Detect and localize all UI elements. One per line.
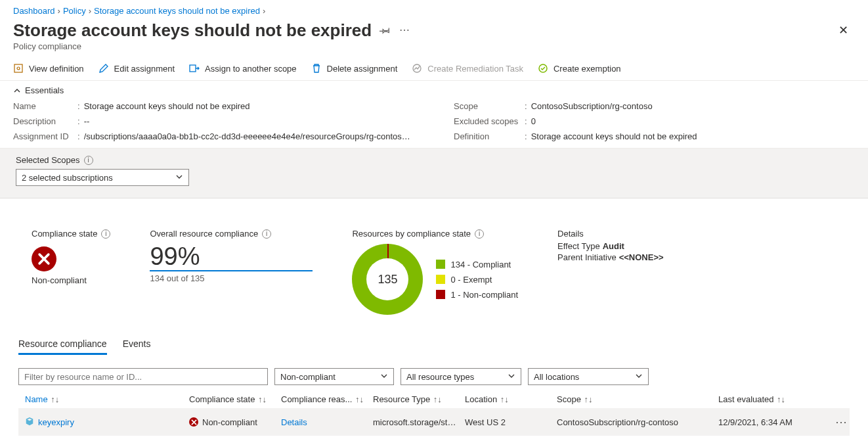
legend-swatch-compliant xyxy=(436,260,445,269)
details-label: Details xyxy=(557,229,664,239)
filter-location-value: All locations xyxy=(534,372,579,382)
edit-assignment-button[interactable]: Edit assignment xyxy=(98,63,175,74)
essentials-name-label: Name xyxy=(13,101,77,111)
chevron-right-icon: › xyxy=(89,6,91,16)
filter-compliance-value: Non-compliant xyxy=(280,372,336,382)
delete-assignment-label: Delete assignment xyxy=(327,64,398,74)
row-details-link[interactable]: Details xyxy=(281,417,373,427)
chevron-up-icon xyxy=(13,87,21,95)
table-header: Name↑↓ Compliance state↑↓ Compliance rea… xyxy=(18,390,850,408)
chevron-right-icon: › xyxy=(58,6,60,16)
filter-search-input[interactable] xyxy=(18,368,268,385)
delete-assignment-button[interactable]: Delete assignment xyxy=(311,63,398,74)
filter-type-dropdown[interactable]: All resource types xyxy=(401,368,521,385)
col-last[interactable]: Last evaluated↑↓ xyxy=(718,394,827,404)
sort-icon: ↑↓ xyxy=(584,395,593,404)
essentials-name-value: Storage account keys should not be expir… xyxy=(84,101,250,111)
essentials-desc-label: Description xyxy=(13,116,77,126)
info-icon[interactable]: i xyxy=(84,156,93,165)
create-remediation-label: Create Remediation Task xyxy=(427,64,523,74)
col-location[interactable]: Location↑↓ xyxy=(465,394,557,404)
sort-icon: ↑↓ xyxy=(51,395,60,404)
legend-noncompliant: 1 - Non-compliant xyxy=(450,290,518,300)
info-icon[interactable]: i xyxy=(101,229,110,239)
filters-row: Non-compliant All resource types All loc… xyxy=(0,355,868,390)
error-icon xyxy=(189,417,198,427)
assign-scope-label: Assign to another scope xyxy=(205,64,296,74)
svg-rect-2 xyxy=(190,65,196,72)
overall-compliance-block: Overall resource compliance i 99% 134 ou… xyxy=(150,229,313,283)
chevron-down-icon xyxy=(635,372,643,382)
toolbar: View definition Edit assignment Assign t… xyxy=(0,58,868,81)
overall-compliance-label: Overall resource compliance xyxy=(150,229,258,239)
details-block: Details Effect TypeAudit Parent Initiati… xyxy=(557,229,664,264)
sort-icon: ↑↓ xyxy=(355,395,364,404)
breadcrumb-policy[interactable]: Policy xyxy=(63,6,86,16)
col-name[interactable]: Name↑↓ xyxy=(25,394,189,404)
compliance-state-block: Compliance state i Non-compliant xyxy=(32,229,110,285)
legend-exempt: 0 - Exempt xyxy=(450,275,492,285)
parent-initiative-label: Parent Initiative xyxy=(557,252,617,262)
trash-icon xyxy=(311,63,322,74)
table-row[interactable]: keyexpiry Non-compliant Details microsof… xyxy=(18,408,850,436)
view-definition-button[interactable]: View definition xyxy=(13,63,84,74)
overall-compliance-pct: 99% xyxy=(150,244,313,270)
col-type[interactable]: Resource Type↑↓ xyxy=(373,394,465,404)
info-icon[interactable]: i xyxy=(475,229,484,239)
close-icon[interactable]: ✕ xyxy=(832,19,855,41)
chevron-down-icon xyxy=(175,173,183,183)
row-location: West US 2 xyxy=(465,417,557,427)
col-reason[interactable]: Compliance reas...↑↓ xyxy=(281,394,373,404)
row-state: Non-compliant xyxy=(189,417,281,427)
by-compliance-block: Resources by compliance state i 135 134 … xyxy=(352,229,518,315)
row-last-evaluated: 12/9/2021, 6:34 AM xyxy=(718,417,827,427)
sort-icon: ↑↓ xyxy=(257,395,267,404)
page-subtitle: Policy compliance xyxy=(0,41,868,58)
filter-compliance-dropdown[interactable]: Non-compliant xyxy=(274,368,394,385)
by-compliance-label: Resources by compliance state xyxy=(352,229,471,239)
essentials-excluded-value: 0 xyxy=(531,116,536,126)
tab-resource-compliance[interactable]: Resource compliance xyxy=(18,338,107,355)
essentials-label: Essentials xyxy=(25,85,64,95)
svg-point-1 xyxy=(17,67,20,70)
page-header: Storage account keys should not be expir… xyxy=(0,17,868,41)
compliance-state-label: Compliance state xyxy=(32,229,97,239)
info-icon[interactable]: i xyxy=(262,229,271,239)
stats-section: Compliance state i Non-compliant Overall… xyxy=(0,198,868,333)
pencil-icon xyxy=(98,63,109,74)
breadcrumb-dashboard[interactable]: Dashboard xyxy=(13,6,55,16)
legend-compliant: 134 - Compliant xyxy=(450,260,511,269)
selected-scopes-dropdown[interactable]: 2 selected subscriptions xyxy=(16,169,189,186)
col-state[interactable]: Compliance state↑↓ xyxy=(189,394,281,404)
pin-icon[interactable] xyxy=(380,25,390,35)
essentials-def-label: Definition xyxy=(454,131,525,141)
breadcrumb-current[interactable]: Storage account keys should not be expir… xyxy=(94,6,260,16)
view-definition-label: View definition xyxy=(29,64,84,74)
essentials-scope-label: Scope xyxy=(454,101,525,111)
selected-scopes-value: 2 selected subscriptions xyxy=(22,173,113,183)
create-exemption-button[interactable]: Create exemption xyxy=(538,63,621,74)
more-icon[interactable]: ⋯ xyxy=(399,25,410,35)
tab-events[interactable]: Events xyxy=(123,338,151,355)
col-scope[interactable]: Scope↑↓ xyxy=(557,394,718,404)
essentials-scope-value: ContosoSubscription/rg-contoso xyxy=(531,101,653,111)
assign-scope-button[interactable]: Assign to another scope xyxy=(189,63,296,74)
row-more-button[interactable]: ⋯ xyxy=(827,415,856,429)
breadcrumb: Dashboard › Policy › Storage account key… xyxy=(0,0,868,17)
filter-location-dropdown[interactable]: All locations xyxy=(528,368,649,385)
row-name-link[interactable]: keyexpiry xyxy=(25,417,189,428)
essentials-section: Name : Storage account keys should not b… xyxy=(0,100,868,148)
legend-swatch-noncompliant xyxy=(436,290,445,299)
sort-icon: ↑↓ xyxy=(777,395,786,404)
overall-compliance-sub: 134 out of 135 xyxy=(150,270,313,283)
essentials-toggle[interactable]: Essentials xyxy=(0,81,868,100)
essentials-def-value: Storage account keys should not be expir… xyxy=(531,131,697,141)
effect-type-value: Audit xyxy=(603,241,624,251)
assign-icon xyxy=(189,63,200,74)
legend-swatch-exempt xyxy=(436,275,445,284)
donut-total: 135 xyxy=(378,273,397,287)
filter-type-value: All resource types xyxy=(406,372,474,382)
chevron-right-icon: › xyxy=(263,6,265,16)
create-remediation-button: Create Remediation Task xyxy=(412,63,523,74)
sort-icon: ↑↓ xyxy=(500,395,509,404)
